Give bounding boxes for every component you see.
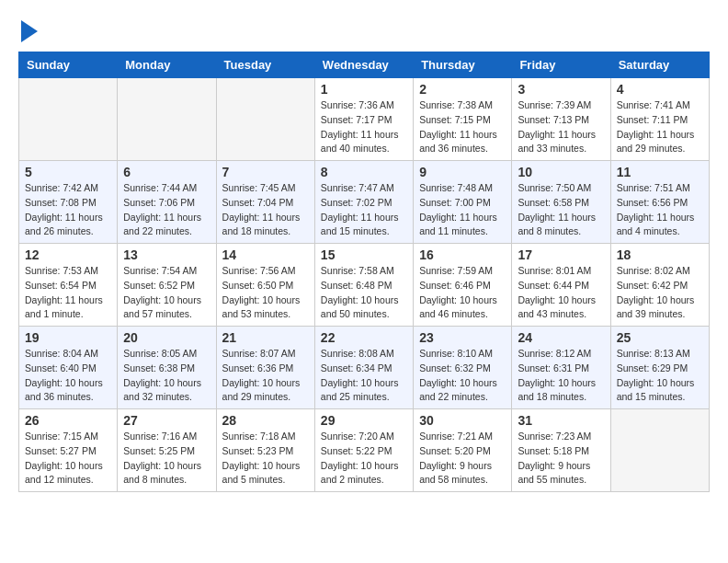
day-number: 21 <box>222 330 309 345</box>
day-number: 19 <box>25 330 111 345</box>
day-info: Sunrise: 7:53 AMSunset: 6:54 PMDaylight:… <box>25 264 111 322</box>
day-number: 8 <box>321 165 407 179</box>
calendar-cell: 24Sunrise: 8:12 AMSunset: 6:31 PMDayligh… <box>512 327 610 409</box>
day-info: Sunrise: 7:36 AMSunset: 7:17 PMDaylight:… <box>321 98 407 156</box>
page-header <box>18 18 710 42</box>
calendar-cell: 9Sunrise: 7:48 AMSunset: 7:00 PMDaylight… <box>414 161 512 244</box>
day-info: Sunrise: 7:16 AMSunset: 5:25 PMDaylight:… <box>123 430 210 488</box>
calendar-cell: 17Sunrise: 8:01 AMSunset: 6:44 PMDayligh… <box>512 244 610 327</box>
day-number: 4 <box>617 82 703 97</box>
day-info: Sunrise: 7:47 AMSunset: 7:02 PMDaylight:… <box>321 181 407 239</box>
calendar-cell: 31Sunrise: 7:23 AMSunset: 5:18 PMDayligh… <box>512 409 610 492</box>
day-info: Sunrise: 8:12 AMSunset: 6:31 PMDaylight:… <box>518 347 604 405</box>
calendar-cell: 28Sunrise: 7:18 AMSunset: 5:23 PMDayligh… <box>216 409 314 492</box>
calendar-table: SundayMondayTuesdayWednesdayThursdayFrid… <box>18 52 710 492</box>
calendar-cell: 13Sunrise: 7:54 AMSunset: 6:52 PMDayligh… <box>118 244 216 327</box>
day-number: 26 <box>25 413 111 428</box>
day-number: 1 <box>321 82 407 97</box>
calendar-cell: 3Sunrise: 7:39 AMSunset: 7:13 PMDaylight… <box>512 78 610 161</box>
day-number: 18 <box>617 247 703 262</box>
calendar-cell: 15Sunrise: 7:58 AMSunset: 6:48 PMDayligh… <box>314 244 413 327</box>
calendar-cell: 10Sunrise: 7:50 AMSunset: 6:58 PMDayligh… <box>512 161 610 244</box>
day-info: Sunrise: 7:20 AMSunset: 5:22 PMDaylight:… <box>321 430 407 488</box>
day-number: 5 <box>25 165 111 179</box>
calendar-cell <box>610 409 709 492</box>
calendar-cell: 11Sunrise: 7:51 AMSunset: 6:56 PMDayligh… <box>610 161 709 244</box>
calendar-cell: 19Sunrise: 8:04 AMSunset: 6:40 PMDayligh… <box>19 327 118 409</box>
day-number: 31 <box>518 413 604 428</box>
calendar-week-3: 12Sunrise: 7:53 AMSunset: 6:54 PMDayligh… <box>19 244 710 327</box>
day-info: Sunrise: 8:05 AMSunset: 6:38 PMDaylight:… <box>123 347 210 405</box>
calendar-cell: 16Sunrise: 7:59 AMSunset: 6:46 PMDayligh… <box>414 244 512 327</box>
day-info: Sunrise: 7:15 AMSunset: 5:27 PMDaylight:… <box>25 430 111 488</box>
day-info: Sunrise: 7:41 AMSunset: 7:11 PMDaylight:… <box>617 98 703 156</box>
day-info: Sunrise: 7:58 AMSunset: 6:48 PMDaylight:… <box>321 264 407 322</box>
calendar-cell: 6Sunrise: 7:44 AMSunset: 7:06 PMDaylight… <box>118 161 216 244</box>
day-info: Sunrise: 7:54 AMSunset: 6:52 PMDaylight:… <box>123 264 210 322</box>
day-number: 20 <box>123 330 210 345</box>
logo <box>18 18 38 42</box>
calendar-cell: 29Sunrise: 7:20 AMSunset: 5:22 PMDayligh… <box>314 409 413 492</box>
day-info: Sunrise: 7:38 AMSunset: 7:15 PMDaylight:… <box>419 98 506 156</box>
day-number: 28 <box>222 413 309 428</box>
calendar-cell: 5Sunrise: 7:42 AMSunset: 7:08 PMDaylight… <box>19 161 118 244</box>
day-number: 6 <box>123 165 210 179</box>
day-info: Sunrise: 8:02 AMSunset: 6:42 PMDaylight:… <box>617 264 703 322</box>
day-number: 13 <box>123 247 210 262</box>
calendar-cell: 25Sunrise: 8:13 AMSunset: 6:29 PMDayligh… <box>610 327 709 409</box>
calendar-cell: 14Sunrise: 7:56 AMSunset: 6:50 PMDayligh… <box>216 244 314 327</box>
day-number: 9 <box>419 165 506 179</box>
column-header-sunday: Sunday <box>19 52 118 78</box>
day-info: Sunrise: 7:50 AMSunset: 6:58 PMDaylight:… <box>518 181 604 239</box>
day-number: 17 <box>518 247 604 262</box>
column-header-tuesday: Tuesday <box>216 52 314 78</box>
day-number: 10 <box>518 165 604 179</box>
column-header-saturday: Saturday <box>610 52 709 78</box>
day-number: 23 <box>419 330 506 345</box>
day-number: 7 <box>222 165 309 179</box>
day-info: Sunrise: 7:42 AMSunset: 7:08 PMDaylight:… <box>25 181 111 239</box>
day-number: 12 <box>25 247 111 262</box>
day-info: Sunrise: 7:39 AMSunset: 7:13 PMDaylight:… <box>518 98 604 156</box>
calendar-cell: 23Sunrise: 8:10 AMSunset: 6:32 PMDayligh… <box>414 327 512 409</box>
day-info: Sunrise: 8:01 AMSunset: 6:44 PMDaylight:… <box>518 264 604 322</box>
day-info: Sunrise: 8:10 AMSunset: 6:32 PMDaylight:… <box>419 347 506 405</box>
logo-arrow-icon <box>21 20 38 42</box>
calendar-week-2: 5Sunrise: 7:42 AMSunset: 7:08 PMDaylight… <box>19 161 710 244</box>
calendar-cell: 7Sunrise: 7:45 AMSunset: 7:04 PMDaylight… <box>216 161 314 244</box>
day-info: Sunrise: 7:21 AMSunset: 5:20 PMDaylight:… <box>419 430 506 488</box>
calendar-cell: 2Sunrise: 7:38 AMSunset: 7:15 PMDaylight… <box>414 78 512 161</box>
day-number: 27 <box>123 413 210 428</box>
day-info: Sunrise: 7:56 AMSunset: 6:50 PMDaylight:… <box>222 264 309 322</box>
day-info: Sunrise: 8:08 AMSunset: 6:34 PMDaylight:… <box>321 347 407 405</box>
day-info: Sunrise: 7:45 AMSunset: 7:04 PMDaylight:… <box>222 181 309 239</box>
day-number: 25 <box>617 330 703 345</box>
calendar-week-5: 26Sunrise: 7:15 AMSunset: 5:27 PMDayligh… <box>19 409 710 492</box>
calendar-cell: 20Sunrise: 8:05 AMSunset: 6:38 PMDayligh… <box>118 327 216 409</box>
day-number: 15 <box>321 247 407 262</box>
calendar-cell <box>118 78 216 161</box>
day-info: Sunrise: 7:44 AMSunset: 7:06 PMDaylight:… <box>123 181 210 239</box>
column-header-wednesday: Wednesday <box>314 52 413 78</box>
day-info: Sunrise: 7:48 AMSunset: 7:00 PMDaylight:… <box>419 181 506 239</box>
calendar-cell: 1Sunrise: 7:36 AMSunset: 7:17 PMDaylight… <box>314 78 413 161</box>
day-info: Sunrise: 7:23 AMSunset: 5:18 PMDaylight:… <box>518 430 604 488</box>
day-number: 11 <box>617 165 703 179</box>
day-info: Sunrise: 7:18 AMSunset: 5:23 PMDaylight:… <box>222 430 309 488</box>
day-info: Sunrise: 8:07 AMSunset: 6:36 PMDaylight:… <box>222 347 309 405</box>
calendar-cell: 8Sunrise: 7:47 AMSunset: 7:02 PMDaylight… <box>314 161 413 244</box>
calendar-cell: 4Sunrise: 7:41 AMSunset: 7:11 PMDaylight… <box>610 78 709 161</box>
day-number: 14 <box>222 247 309 262</box>
day-number: 16 <box>419 247 506 262</box>
day-info: Sunrise: 7:59 AMSunset: 6:46 PMDaylight:… <box>419 264 506 322</box>
day-number: 22 <box>321 330 407 345</box>
column-header-monday: Monday <box>118 52 216 78</box>
day-number: 3 <box>518 82 604 97</box>
column-header-thursday: Thursday <box>414 52 512 78</box>
calendar-cell: 27Sunrise: 7:16 AMSunset: 5:25 PMDayligh… <box>118 409 216 492</box>
calendar-cell <box>19 78 118 161</box>
calendar-cell: 21Sunrise: 8:07 AMSunset: 6:36 PMDayligh… <box>216 327 314 409</box>
calendar-cell: 18Sunrise: 8:02 AMSunset: 6:42 PMDayligh… <box>610 244 709 327</box>
calendar-cell <box>216 78 314 161</box>
day-number: 30 <box>419 413 506 428</box>
